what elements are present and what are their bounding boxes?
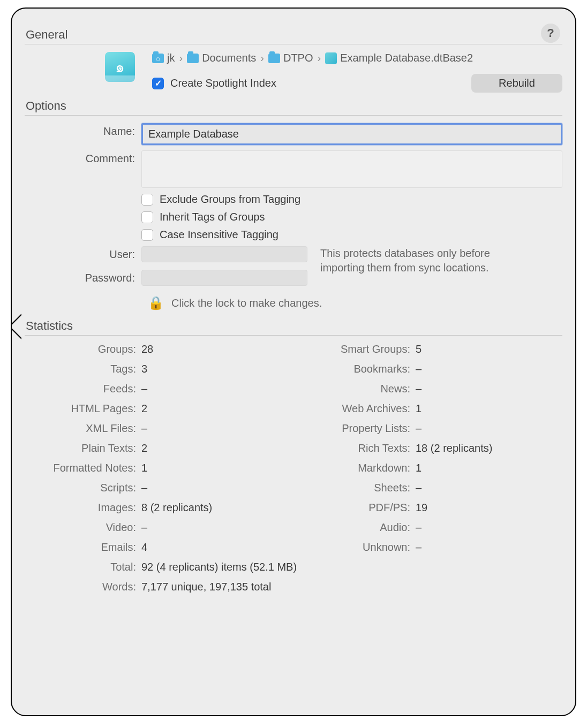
lock-text: Click the lock to make changes. [171, 297, 322, 309]
section-title-statistics: Statistics [26, 319, 562, 333]
user-label: User: [25, 246, 141, 261]
exclude-groups-checkbox[interactable] [141, 194, 153, 206]
breadcrumb-item[interactable]: jk [152, 52, 175, 64]
divider [25, 335, 562, 336]
rebuild-button[interactable]: Rebuild [471, 74, 562, 93]
breadcrumb: jk › Documents › DTPO › Example Database… [152, 52, 562, 64]
folder-icon [152, 54, 164, 63]
section-title-options: Options [26, 99, 562, 113]
section-title-general: General [26, 28, 562, 42]
folder-icon [187, 54, 199, 63]
stat-row: Scripts:– [25, 482, 288, 494]
statistics-grid: Groups:28 Smart Groups:5 Tags:3 Bookmark… [25, 343, 562, 593]
inherit-tags-label: Inherit Tags of Groups [160, 211, 265, 223]
name-input[interactable]: Example Database [141, 123, 562, 145]
comment-label: Comment: [25, 150, 141, 165]
stat-row: HTML Pages:2 [25, 403, 288, 415]
stat-row: Web Archives:1 [299, 403, 562, 415]
stat-row: Plain Texts:2 [25, 442, 288, 454]
stat-row: Formatted Notes:1 [25, 462, 288, 474]
user-input[interactable] [141, 246, 307, 262]
stat-row: PDF/PS:19 [299, 502, 562, 514]
stat-row-total: Total:92 (4 replicants) items (52.1 MB) [25, 561, 562, 573]
stat-row: Bookmarks:– [299, 363, 562, 375]
comment-input[interactable] [141, 150, 562, 188]
folder-icon [268, 54, 280, 63]
stat-row: XML Files:– [25, 422, 288, 435]
spotlight-index-label: Create Spotlight Index [170, 77, 276, 89]
stat-row: Video:– [25, 521, 288, 534]
stat-row: Audio:– [299, 521, 562, 534]
question-mark-icon: ? [547, 26, 554, 40]
stat-row: Rich Texts:18 (2 replicants) [299, 442, 562, 454]
stat-row: Emails:4 [25, 541, 288, 553]
inherit-tags-checkbox[interactable] [141, 211, 153, 223]
stat-row: Property Lists:– [299, 422, 562, 435]
breadcrumb-item[interactable]: Documents [187, 52, 256, 64]
password-label: Password: [25, 270, 141, 284]
stat-row: Tags:3 [25, 363, 288, 375]
chevron-right-icon: › [260, 52, 264, 64]
stat-row: Groups:28 [25, 343, 288, 355]
stat-row-words: Words:7,177 unique, 197,135 total [25, 581, 562, 593]
stat-row: Unknown:– [299, 541, 562, 553]
stat-row: Sheets:– [299, 482, 562, 494]
database-properties-panel: ? General ๑ jk › Documents › DTPO › Exam… [11, 7, 576, 716]
name-label: Name: [25, 123, 141, 138]
chevron-right-icon: › [318, 52, 321, 64]
divider [25, 115, 562, 116]
password-input[interactable] [141, 270, 307, 286]
help-button[interactable]: ? [541, 24, 560, 43]
breadcrumb-item[interactable]: Example Database.dtBase2 [325, 52, 473, 64]
database-icon: ๑ [105, 52, 135, 82]
breadcrumb-item[interactable]: DTPO [268, 52, 313, 64]
protection-note: This protects databases only before impo… [320, 246, 502, 275]
stat-row: News:– [299, 383, 562, 395]
divider [25, 44, 562, 44]
case-insensitive-label: Case Insensitive Tagging [160, 229, 279, 241]
chevron-right-icon: › [179, 52, 183, 64]
database-icon [325, 52, 337, 64]
stat-row: Markdown:1 [299, 462, 562, 474]
exclude-groups-label: Exclude Groups from Tagging [160, 193, 300, 206]
lock-icon[interactable]: 🔒 [148, 295, 164, 310]
popover-arrow [11, 314, 23, 339]
stat-row: Feeds:– [25, 383, 288, 395]
spotlight-index-checkbox[interactable] [152, 78, 164, 89]
case-insensitive-checkbox[interactable] [141, 229, 153, 241]
stat-row: Images:8 (2 replicants) [25, 502, 288, 514]
stat-row: Smart Groups:5 [299, 343, 562, 355]
